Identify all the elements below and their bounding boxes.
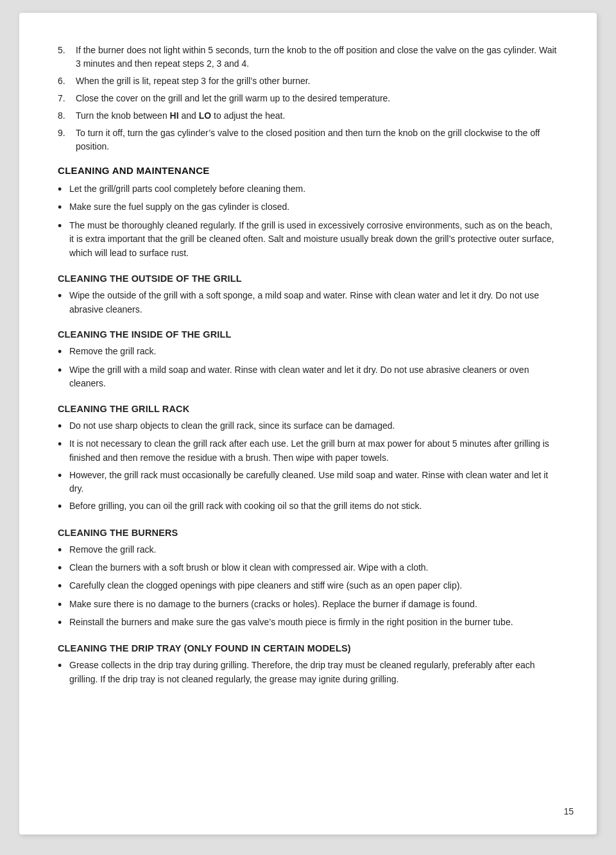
item-num-9: 9. [58,126,76,153]
bullet-text: Make sure the fuel supply on the gas cyl… [69,200,558,214]
bullet-dot: • [58,499,69,514]
bullet-dot: • [58,579,69,594]
bullet-text: It is not necessary to clean the grill r… [69,437,558,465]
numbered-list: 5. If the burner does not light within 5… [58,44,558,153]
section-title-cleaning-drip-tray: CLEANING THE DRIP TRAY (only found in ce… [58,643,558,653]
bullet-text: However, the grill rack must occasionall… [69,469,558,496]
section-cleaning-inside: CLEANING THE INSIDE OF THE GRILL • Remov… [58,329,558,391]
numbered-item-5: 5. If the burner does not light within 5… [58,44,558,71]
bullet-text: Remove the grill rack. [69,345,558,359]
bullet-dot: • [58,659,69,673]
bullet-text: Let the grill/grill parts cool completel… [69,182,558,196]
bullet-text: Before grilling, you can oil the grill r… [69,499,558,514]
bullet-dot: • [58,200,69,215]
bullet-text: Carefully clean the clogged openings wit… [69,579,558,593]
bullet-dot: • [58,289,69,304]
bullet-text: Make sure there is no damage to the burn… [69,598,558,612]
section-title-cleaning-inside: CLEANING THE INSIDE OF THE GRILL [58,329,558,340]
item-text-9: To turn it off, turn the gas cylinder’s … [76,126,558,153]
bullet-dot: • [58,182,69,197]
bullet-dot: • [58,437,69,452]
bullet-item: • It is not necessary to clean the grill… [58,437,558,465]
item-text-6: When the grill is lit, repeat step 3 for… [76,74,310,88]
bullet-item: • Wipe the outside of the grill with a s… [58,289,558,316]
bullet-text: Wipe the grill with a mild soap and wate… [69,363,558,391]
bullet-text: Remove the grill rack. [69,543,558,557]
section-cleaning-outside: CLEANING THE OUTSIDE OF THE GRILL • Wipe… [58,273,558,316]
section-title-cleaning-outside: CLEANING THE OUTSIDE OF THE GRILL [58,273,558,284]
numbered-item-7: 7. Close the cover on the grill and let … [58,92,558,105]
bullet-item: • Wipe the grill with a mild soap and wa… [58,363,558,391]
numbered-item-9: 9. To turn it off, turn the gas cylinder… [58,126,558,153]
item-text-8: Turn the knob between HI and LO to adjus… [76,109,285,123]
bullet-text: The must be thoroughly cleaned regularly… [69,219,558,261]
bullet-item: • However, the grill rack must occasiona… [58,469,558,496]
bullet-text: Grease collects in the drip tray during … [69,659,558,686]
bullet-list-cleaning-grill-rack: • Do not use sharp objects to clean the … [58,419,558,515]
bullet-item: • Let the grill/grill parts cool complet… [58,182,558,197]
page-number: 15 [563,806,574,816]
item-num-5: 5. [58,44,76,71]
bullet-item: • Make sure the fuel supply on the gas c… [58,200,558,215]
numbered-item-6: 6. When the grill is lit, repeat step 3 … [58,74,558,88]
bullet-item: • Carefully clean the clogged openings w… [58,579,558,594]
section-cleaning-maintenance: CLEANING AND MAINTENANCE • Let the grill… [58,165,558,261]
numbered-item-8: 8. Turn the knob between HI and LO to ad… [58,109,558,123]
item-num-8: 8. [58,109,76,123]
item-text-7: Close the cover on the grill and let the… [76,92,390,105]
section-title-cleaning-burners: CLEANING THE BURNERS [58,528,558,538]
bullet-item: • Reinstall the burners and make sure th… [58,616,558,630]
bullet-item: • Remove the grill rack. [58,543,558,558]
bullet-dot: • [58,469,69,483]
section-title-cleaning-maintenance: CLEANING AND MAINTENANCE [58,165,558,176]
bullet-dot: • [58,543,69,558]
bullet-dot: • [58,598,69,612]
bullet-dot: • [58,219,69,234]
bullet-item: • Grease collects in the drip tray durin… [58,659,558,686]
item-num-7: 7. [58,92,76,105]
item-num-6: 6. [58,74,76,88]
section-cleaning-grill-rack: CLEANING THE GRILL RACK • Do not use sha… [58,404,558,515]
bullet-list-cleaning-inside: • Remove the grill rack. • Wipe the gril… [58,345,558,391]
item-text-5: If the burner does not light within 5 se… [76,44,558,71]
bullet-item: • Do not use sharp objects to clean the … [58,419,558,434]
bullet-list-cleaning-maintenance: • Let the grill/grill parts cool complet… [58,182,558,261]
bullet-item: • Make sure there is no damage to the bu… [58,598,558,612]
bullet-list-cleaning-drip-tray: • Grease collects in the drip tray durin… [58,659,558,686]
bullet-list-cleaning-outside: • Wipe the outside of the grill with a s… [58,289,558,316]
bullet-item: • Remove the grill rack. [58,345,558,359]
bullet-list-cleaning-burners: • Remove the grill rack. • Clean the bur… [58,543,558,631]
bullet-text: Clean the burners with a soft brush or b… [69,561,558,575]
page: 5. If the burner does not light within 5… [19,13,597,834]
bullet-item: • Clean the burners with a soft brush or… [58,561,558,576]
section-cleaning-drip-tray: CLEANING THE DRIP TRAY (only found in ce… [58,643,558,686]
bullet-text: Reinstall the burners and make sure the … [69,616,558,630]
bullet-dot: • [58,363,69,378]
section-title-cleaning-grill-rack: CLEANING THE GRILL RACK [58,404,558,414]
section-cleaning-burners: CLEANING THE BURNERS • Remove the grill … [58,528,558,631]
bullet-dot: • [58,561,69,576]
bullet-dot: • [58,345,69,359]
bullet-dot: • [58,419,69,434]
bullet-text: Do not use sharp objects to clean the gr… [69,419,558,433]
bullet-text: Wipe the outside of the grill with a sof… [69,289,558,316]
bullet-item: • Before grilling, you can oil the grill… [58,499,558,514]
bullet-dot: • [58,616,69,630]
bullet-item: • The must be thoroughly cleaned regular… [58,219,558,261]
